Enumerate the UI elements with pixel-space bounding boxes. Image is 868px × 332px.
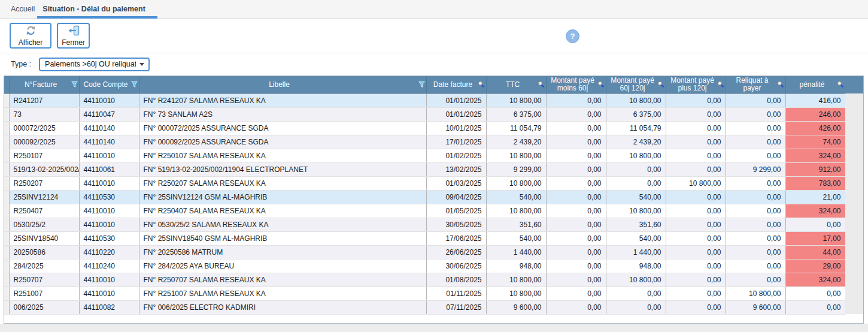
cell-m60120: 11 054,79 — [606, 121, 666, 135]
cell-m60120: 351,60 — [606, 218, 666, 231]
afficher-button[interactable]: Afficher — [10, 23, 51, 49]
cell-ttc: 10 800,00 — [486, 93, 546, 107]
cell-penalite: 912,00 — [785, 162, 845, 176]
search-icon[interactable] — [717, 81, 724, 88]
table-row[interactable]: 25SINV1854044110530FN° 25SINV18540 GSM A… — [4, 231, 845, 245]
cell-ttc: 351,60 — [486, 218, 546, 231]
column-header-label: Montant payé plus 120j — [670, 76, 714, 92]
table-row[interactable]: 006/202544110082FN° 006/2025 ELECTRO KAD… — [4, 300, 845, 314]
column-header-ttc[interactable]: TTC — [486, 76, 546, 93]
table-row[interactable]: R25100744110010FN° R251007 SALAMA RESEAU… — [4, 286, 845, 300]
cell-m120: 0,00 — [666, 135, 726, 149]
column-header-label: pénalité — [799, 80, 824, 89]
bottom-strip — [0, 324, 868, 332]
cell-reliquat: 0,00 — [726, 273, 785, 286]
tab-accueil[interactable]: Accueil — [11, 0, 35, 18]
column-header-date[interactable]: Date facture — [426, 76, 486, 93]
row-indicator — [4, 162, 9, 176]
cell-libelle: FN° R250107 SALAMA RESEAUX KA — [139, 149, 426, 162]
table-row[interactable]: 284/202544110240FN° 284/2025 AYA BUREAU3… — [4, 259, 845, 273]
column-header-facture[interactable]: N°Facture — [9, 76, 79, 93]
cell-facture: 20250586 — [9, 245, 79, 259]
column-header-penalite[interactable]: pénalité — [785, 76, 845, 93]
column-header-label: Montant payé moins 60j — [551, 76, 594, 92]
cell-m120: 0,00 — [666, 245, 726, 259]
cell-facture: 73 — [9, 107, 79, 121]
cell-m120: 0,00 — [666, 121, 726, 135]
table-row[interactable]: R25010744110010FN° R250107 SALAMA RESEAU… — [4, 149, 845, 162]
filter-icon[interactable] — [418, 81, 425, 88]
cell-penalite: 0,00 — [785, 286, 845, 300]
search-icon[interactable] — [657, 81, 664, 88]
cell-libelle: FN° R251007 SALAMA RESEAUX KA — [139, 286, 426, 300]
cell-libelle: FN° 25SINV12124 GSM AL-MAGHRIB — [139, 190, 426, 204]
cell-m60120: 0,00 — [606, 162, 666, 176]
row-indicator — [4, 245, 9, 259]
cell-libelle: FN° 0530/25/2 SALAMA RESEAUX KA — [139, 218, 426, 231]
tab-situation-delai-paiement[interactable]: Situation - Délai du paiement — [43, 0, 145, 18]
type-select-value: Paiements >60j OU reliquat — [45, 60, 136, 68]
table-row[interactable]: 519/13-02-2025/002/1190444110061FN° 519/… — [4, 162, 845, 176]
cell-facture: 25SINV18540 — [9, 231, 79, 245]
cell-m120: 0,00 — [666, 107, 726, 121]
column-header-m60[interactable]: Montant payé moins 60j — [546, 76, 606, 93]
table-header-row: N°FactureCode CompteLibelleDate factureT… — [4, 76, 845, 93]
cell-date: 17/01/2025 — [426, 135, 486, 149]
refresh-icon — [25, 25, 37, 38]
cell-facture: 000072/2025 — [9, 121, 79, 135]
cell-date: 07/11/2025 — [426, 300, 486, 314]
afficher-button-label: Afficher — [19, 39, 43, 47]
column-header-label: Code Compte — [83, 80, 128, 89]
type-select[interactable]: Paiements >60j OU reliquat — [39, 58, 150, 71]
cell-penalite: 0,00 — [785, 218, 845, 231]
cell-ttc: 6 375,00 — [486, 107, 546, 121]
cell-date: 30/05/2025 — [426, 218, 486, 231]
row-indicator — [4, 286, 9, 300]
column-header-m120[interactable]: Montant payé plus 120j — [666, 76, 726, 93]
filter-icon[interactable] — [131, 81, 138, 88]
table-row[interactable]: R24120744110010FN° R241207 SALAMA RESEAU… — [4, 93, 845, 107]
cell-ttc: 948,00 — [486, 259, 546, 273]
cell-m60120: 1 440,00 — [606, 245, 666, 259]
cell-reliquat: 0,00 — [726, 93, 785, 107]
chevron-down-icon — [139, 63, 144, 66]
filter-icon[interactable] — [71, 81, 78, 88]
cell-penalite: 17,00 — [785, 231, 845, 245]
cell-facture: R250707 — [9, 273, 79, 286]
search-icon[interactable] — [538, 81, 545, 88]
search-icon[interactable] — [478, 81, 485, 88]
cell-m60: 0,00 — [546, 300, 606, 314]
cell-date: 01/05/2025 — [426, 204, 486, 218]
column-header-compte[interactable]: Code Compte — [79, 76, 139, 93]
row-indicator — [4, 93, 9, 107]
search-icon[interactable] — [837, 81, 844, 88]
column-header-label: Reliquat à payer — [736, 76, 768, 92]
table-row[interactable]: 0530/25/244110010FN° 0530/25/2 SALAMA RE… — [4, 218, 845, 231]
cell-date: 01/03/2025 — [426, 176, 486, 190]
cell-ttc: 10 800,00 — [486, 273, 546, 286]
cell-facture: 000092/2025 — [9, 135, 79, 149]
cell-compte: 44110010 — [79, 176, 139, 190]
row-indicator — [4, 273, 9, 286]
column-header-reliquat[interactable]: Reliquat à payer — [726, 76, 785, 93]
cell-date: 10/01/2025 — [426, 121, 486, 135]
help-icon[interactable]: ? — [566, 29, 579, 43]
cell-m60120: 540,00 — [606, 190, 666, 204]
fermer-button[interactable]: Fermer — [57, 23, 90, 49]
table-row[interactable]: R25070744110010FN° R250707 SALAMA RESEAU… — [4, 273, 845, 286]
table-row[interactable]: 7344110047FN° 73 SANLAM A2S01/01/20256 3… — [4, 107, 845, 121]
table-row[interactable]: 25SINV1212444110530FN° 25SINV12124 GSM A… — [4, 190, 845, 204]
table-row[interactable]: 2025058644110220FN° 20250586 MATRUM26/06… — [4, 245, 845, 259]
column-header-libelle[interactable]: Libelle — [139, 76, 426, 93]
table-row[interactable]: 000072/202544110140FN° 000072/2025 ASSUR… — [4, 121, 845, 135]
search-icon[interactable] — [597, 81, 605, 88]
cell-m60120: 6 375,00 — [606, 107, 666, 121]
cell-reliquat: 0,00 — [726, 245, 785, 259]
column-header-m60120[interactable]: Montant payé 60j 120j — [606, 76, 666, 93]
table-row[interactable]: 000092/202544110140FN° 000092/2025 ASSUR… — [4, 135, 845, 149]
table-row[interactable]: R25020744110010FN° R250207 SALAMA RESEAU… — [4, 176, 845, 190]
search-icon[interactable] — [777, 81, 784, 88]
cell-libelle: FN° 25SINV18540 GSM AL-MAGHRIB — [139, 231, 426, 245]
table-row[interactable]: R25040744110010FN° R250407 SALAMA RESEAU… — [4, 204, 845, 218]
cell-compte: 44110010 — [79, 273, 139, 286]
